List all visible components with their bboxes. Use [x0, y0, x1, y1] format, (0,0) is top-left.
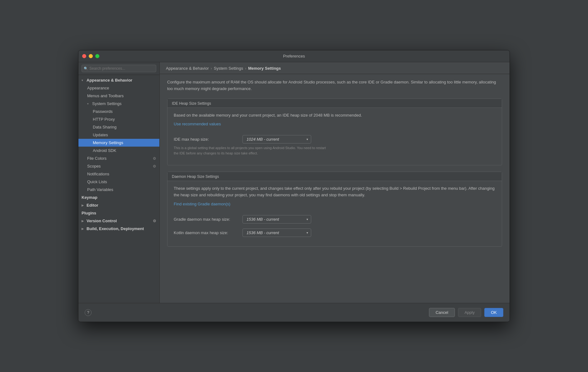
daemon-description-text: These settings apply only to the current…: [174, 185, 496, 199]
ide-heap-dropdown[interactable]: 512 MB 750 MB 1024 MB - current 2048 MB …: [242, 135, 311, 143]
sidebar-item-plugins[interactable]: Plugins: [78, 209, 159, 217]
kotlin-heap-setting-block: Kotlin daemon max heap size: 512 MB 750 …: [174, 229, 496, 237]
sidebar-item-label: Memory Settings: [93, 140, 123, 145]
sidebar-item-android-sdk[interactable]: Android SDK: [78, 147, 159, 154]
gradle-heap-setting-block: Gradle daemon max heap size: 512 MB 750 …: [174, 215, 496, 224]
settings-icon: ⚙: [153, 156, 156, 161]
sidebar-item-label: Build, Execution, Deployment: [87, 226, 144, 231]
breadcrumb-arrow-1: ›: [211, 66, 212, 71]
content-panel: Appearance & Behavior › System Settings …: [160, 62, 510, 303]
close-button[interactable]: [82, 54, 86, 58]
ide-heap-title: IDE Heap Size Settings: [167, 99, 502, 108]
breadcrumb: Appearance & Behavior › System Settings …: [160, 62, 510, 74]
minimize-button[interactable]: [89, 54, 93, 58]
sidebar-item-keymap[interactable]: Keymap: [78, 194, 159, 201]
sidebar-item-editor[interactable]: ▶ Editor: [78, 201, 159, 209]
sidebar-item-passwords[interactable]: Passwords: [78, 108, 159, 115]
sidebar-item-label: Version Control: [87, 219, 117, 223]
sidebar-item-label: Menus and Toolbars: [87, 93, 124, 98]
expand-icon: ▶: [82, 219, 85, 223]
sidebar-item-label: Scopes: [87, 164, 101, 168]
expand-icon: ▶: [82, 204, 85, 207]
sidebar-item-label: System Settings: [92, 101, 122, 106]
sidebar-item-file-colors[interactable]: File Colors ⚙: [78, 154, 159, 162]
sidebar-item-label: Path Variables: [87, 187, 113, 192]
daemon-heap-body: These settings apply only to the current…: [167, 181, 502, 246]
sidebar-item-label: Android SDK: [93, 148, 116, 153]
footer-buttons: Cancel Apply OK: [429, 308, 503, 317]
sidebar-item-appearance-behavior[interactable]: ▾ Appearance & Behavior: [78, 76, 159, 84]
sidebar-item-path-variables[interactable]: Path Variables: [78, 186, 159, 194]
cancel-button[interactable]: Cancel: [429, 308, 455, 317]
maximize-button[interactable]: [95, 54, 99, 58]
sidebar-item-label: HTTP Proxy: [93, 117, 115, 122]
kotlin-heap-dropdown-wrapper: 512 MB 750 MB 1024 MB 1536 MB - current …: [242, 229, 311, 237]
settings-icon: ⚙: [153, 164, 156, 168]
sidebar-tree: ▾ Appearance & Behavior Appearance Menus…: [78, 75, 159, 303]
sidebar: 🔍 ▾ Appearance & Behavior Appearance Men…: [78, 62, 160, 303]
gradle-heap-dropdown[interactable]: 512 MB 750 MB 1024 MB 1536 MB - current …: [242, 215, 311, 224]
sidebar-item-label: Plugins: [82, 211, 96, 215]
sidebar-item-label: File Colors: [87, 156, 107, 161]
sidebar-item-version-control[interactable]: ▶ Version Control ⚙: [78, 217, 159, 225]
sidebar-item-updates[interactable]: Updates: [78, 131, 159, 139]
gradle-heap-label: Gradle daemon max heap size:: [174, 217, 236, 222]
ide-heap-setting-block: IDE max heap size: 512 MB 750 MB 1024 MB…: [174, 135, 496, 156]
sidebar-item-label: Quick Lists: [87, 179, 107, 184]
sidebar-item-appearance[interactable]: Appearance: [78, 84, 159, 92]
breadcrumb-item-3: Memory Settings: [248, 66, 281, 71]
recommendation-text: Based on the available memory and your c…: [174, 112, 496, 119]
window-controls: [82, 54, 99, 58]
apply-button[interactable]: Apply: [458, 308, 481, 317]
kotlin-heap-label: Kotlin daemon max heap size:: [174, 230, 236, 235]
daemon-heap-section: Daemon Heap Size Settings These settings…: [167, 172, 502, 247]
titlebar: Preferences: [78, 50, 510, 62]
ide-heap-hint: This is a global setting that applies to…: [174, 145, 330, 156]
search-bar: 🔍: [78, 62, 159, 75]
preferences-window: Preferences 🔍 ▾ Appearance & Behavior Ap…: [78, 50, 510, 322]
breadcrumb-arrow-2: ›: [245, 66, 246, 71]
sidebar-item-label: Notifications: [87, 172, 109, 176]
settings-icon: ⚙: [153, 219, 156, 223]
sidebar-item-http-proxy[interactable]: HTTP Proxy: [78, 115, 159, 123]
sidebar-item-data-sharing[interactable]: Data Sharing: [78, 123, 159, 131]
ok-button[interactable]: OK: [484, 308, 503, 317]
gradle-heap-dropdown-wrapper: 512 MB 750 MB 1024 MB 1536 MB - current …: [242, 215, 311, 224]
sidebar-item-label: Passwords: [93, 109, 113, 114]
content-scroll: Configure the maximum amount of RAM the …: [160, 74, 510, 303]
help-icon: ?: [87, 310, 89, 315]
window-title: Preferences: [283, 54, 305, 58]
main-content: 🔍 ▾ Appearance & Behavior Appearance Men…: [78, 62, 510, 303]
ide-heap-dropdown-wrapper: 512 MB 750 MB 1024 MB - current 2048 MB …: [242, 135, 311, 143]
sidebar-item-label: Appearance & Behavior: [87, 78, 132, 83]
ide-heap-section: IDE Heap Size Settings Based on the avai…: [167, 98, 502, 166]
kotlin-heap-setting-row: Kotlin daemon max heap size: 512 MB 750 …: [174, 229, 496, 237]
use-recommended-link[interactable]: Use recommended values: [174, 122, 221, 126]
kotlin-heap-dropdown[interactable]: 512 MB 750 MB 1024 MB 1536 MB - current …: [242, 229, 311, 237]
sidebar-item-build-execution[interactable]: ▶ Build, Execution, Deployment: [78, 225, 159, 233]
sidebar-item-system-settings[interactable]: ▾ System Settings: [78, 100, 159, 108]
sidebar-item-label: Updates: [93, 133, 108, 137]
footer: ? Cancel Apply OK: [78, 303, 510, 322]
sidebar-item-memory-settings[interactable]: Memory Settings: [78, 139, 159, 147]
ide-heap-label: IDE max heap size:: [174, 137, 236, 142]
sidebar-item-quick-lists[interactable]: Quick Lists: [78, 178, 159, 186]
sidebar-item-label: Keymap: [82, 195, 97, 200]
daemon-heap-title: Daemon Heap Size Settings: [167, 172, 502, 181]
sidebar-item-menus-toolbars[interactable]: Menus and Toolbars: [78, 92, 159, 100]
sidebar-item-scopes[interactable]: Scopes ⚙: [78, 162, 159, 170]
find-gradle-daemon-link[interactable]: Find existing Gradle daemon(s): [174, 202, 230, 206]
ide-heap-setting-row: IDE max heap size: 512 MB 750 MB 1024 MB…: [174, 135, 496, 143]
search-input[interactable]: [82, 65, 156, 72]
breadcrumb-item-2: System Settings: [214, 66, 243, 71]
help-button[interactable]: ?: [85, 309, 92, 316]
breadcrumb-item-1: Appearance & Behavior: [166, 66, 209, 71]
search-icon: 🔍: [84, 67, 88, 71]
search-wrapper: 🔍: [82, 65, 156, 72]
expand-icon: ▾: [87, 102, 90, 105]
expand-icon: ▾: [82, 79, 85, 82]
sidebar-item-label: Editor: [87, 203, 98, 208]
expand-icon: ▶: [82, 227, 85, 230]
sidebar-item-label: Appearance: [87, 86, 109, 90]
sidebar-item-notifications[interactable]: Notifications: [78, 170, 159, 178]
